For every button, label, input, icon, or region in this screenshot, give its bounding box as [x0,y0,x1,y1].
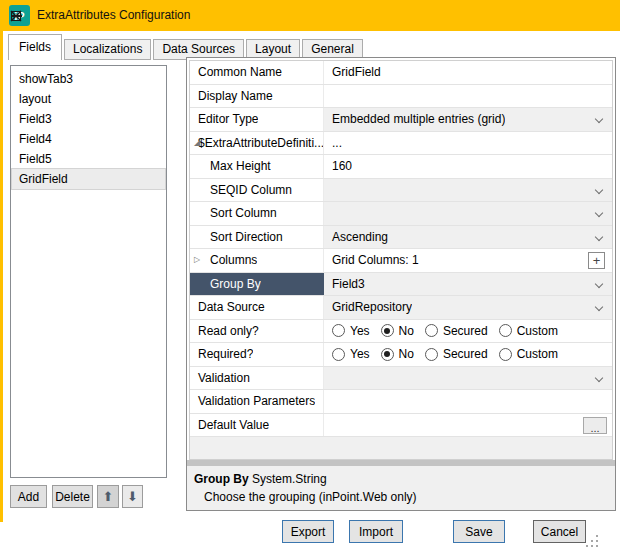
field-list[interactable]: showTab3layoutField3Field4Field5GridFiel… [10,65,167,478]
resize-grip-icon[interactable] [586,535,588,537]
property-label-common-name[interactable]: Common Name [190,61,324,84]
delete-button[interactable]: Delete [52,485,93,508]
up-arrow-icon: ⬆ [103,490,114,503]
list-item-field4[interactable]: Field4 [12,129,165,149]
description-panel: Group By System.String Choose the groupi… [187,466,615,510]
add-column-button[interactable]: + [588,252,605,269]
down-arrow-icon: ⬇ [127,490,138,503]
radio-label: Yes [350,347,370,361]
description-term: Group By [194,472,249,486]
tab-fields[interactable]: Fields [8,34,62,60]
radio-required-no[interactable]: No [381,347,414,361]
chevron-down-icon [595,115,603,123]
property-row-required: Required?YesNoSecuredCustom [190,343,612,367]
property-value-text: Grid Columns: 1 [324,253,419,267]
property-label-text: Sort Column [190,206,277,220]
property-value-text: GridField [324,65,381,79]
cancel-button[interactable]: Cancel [533,520,586,543]
window-border-right [0,0,3,522]
property-label-columns[interactable]: ▷Columns [190,249,324,272]
ellipsis-button[interactable]: ... [583,417,607,434]
radio-group-required: YesNoSecuredCustom [324,347,569,361]
list-item-field5[interactable]: Field5 [12,149,165,169]
collapse-icon[interactable]: ◢ [194,139,200,147]
property-label-group-by[interactable]: Group By [190,273,324,296]
chevron-down-icon [595,373,603,381]
property-value-validation[interactable] [324,367,612,390]
chevron-down-icon [595,303,603,311]
property-label-max-height[interactable]: Max Height [190,155,324,178]
property-label-editor-type[interactable]: Editor Type [190,108,324,131]
radio-label: Yes [350,324,370,338]
move-up-button[interactable]: ⬆ [97,485,119,508]
property-value-read-only[interactable]: YesNoSecuredCustom [324,320,612,343]
property-value-display-name[interactable] [324,85,612,108]
property-value-max-height[interactable]: 160 [324,155,612,178]
list-item-showtab3[interactable]: showTab3 [12,69,165,89]
property-value-extraattributedefiniti[interactable]: ... [324,132,612,155]
property-label-sort-column[interactable]: Sort Column [190,202,324,225]
property-label-text: $ExtraAttributeDefiniti... [190,136,323,150]
property-row-columns: ▷ColumnsGrid Columns: 1+ [190,249,612,273]
property-label-text: Display Name [190,89,273,103]
property-label-text: Max Height [190,159,271,173]
window-border-bottom [0,0,620,5]
radio-required-secured[interactable]: Secured [425,347,488,361]
property-value-columns[interactable]: Grid Columns: 1+ [324,249,612,272]
property-label-default-value[interactable]: Default Value [190,414,324,437]
property-label-validation[interactable]: Validation [190,367,324,390]
property-label-text: Required? [190,347,253,361]
add-button[interactable]: Add [10,485,47,508]
property-label-data-source[interactable]: Data Source [190,296,324,319]
property-label-text: SEQID Column [190,183,292,197]
property-value-group-by[interactable]: Field3 [324,273,612,296]
extraattributes-configuration-window: iP ExtraAttributes Configuration FieldsL… [0,0,620,553]
property-label-text: Validation [190,371,250,385]
radio-group-read-only: YesNoSecuredCustom [324,324,569,338]
save-button[interactable]: Save [453,520,505,543]
chevron-down-icon [595,209,603,217]
radio-read-only-custom[interactable]: Custom [499,324,558,338]
radio-label: No [399,324,414,338]
radio-required-custom[interactable]: Custom [499,347,558,361]
radio-read-only-no[interactable]: No [381,324,414,338]
radio-read-only-secured[interactable]: Secured [425,324,488,338]
property-value-required[interactable]: YesNoSecuredCustom [324,343,612,366]
property-value-default-value[interactable]: ... [324,414,612,437]
property-value-common-name[interactable]: GridField [324,61,612,84]
property-value-data-source[interactable]: GridRepository [324,296,612,319]
radio-required-yes[interactable]: Yes [332,347,370,361]
property-label-sort-direction[interactable]: Sort Direction [190,226,324,249]
radio-label: Secured [443,324,488,338]
radio-icon [332,324,345,337]
property-value-text: Ascending [324,230,388,244]
property-label-seqid-column[interactable]: SEQID Column [190,179,324,202]
radio-read-only-yes[interactable]: Yes [332,324,370,338]
radio-icon [499,348,512,361]
list-item-gridfield[interactable]: GridField [12,169,165,189]
property-value-sort-direction[interactable]: Ascending [324,226,612,249]
property-label-text: Read only? [190,324,259,338]
property-value-validation-parameters[interactable] [324,390,612,413]
property-value-editor-type[interactable]: Embedded multiple entries (grid) [324,108,612,131]
property-label-required[interactable]: Required? [190,343,324,366]
move-down-button[interactable]: ⬇ [122,485,143,508]
property-label-extraattributedefiniti[interactable]: ◢$ExtraAttributeDefiniti... [190,132,324,155]
tab-localizations[interactable]: Localizations [64,39,151,60]
property-label-text: Sort Direction [190,230,283,244]
list-item-field3[interactable]: Field3 [12,109,165,129]
property-row-seqid-column: SEQID Column [190,179,612,203]
property-label-validation-parameters[interactable]: Validation Parameters [190,390,324,413]
property-label-read-only[interactable]: Read only? [190,320,324,343]
property-value-seqid-column[interactable] [324,179,612,202]
export-button[interactable]: Export [282,520,334,543]
import-button[interactable]: Import [349,520,403,543]
radio-icon [425,348,438,361]
property-value-sort-column[interactable] [324,202,612,225]
radio-label: Custom [517,324,558,338]
property-label-display-name[interactable]: Display Name [190,85,324,108]
radio-icon [381,324,394,337]
list-item-layout[interactable]: layout [12,89,165,109]
property-row-group-by: Group ByField3 [190,273,612,297]
expand-icon[interactable]: ▷ [194,256,200,264]
